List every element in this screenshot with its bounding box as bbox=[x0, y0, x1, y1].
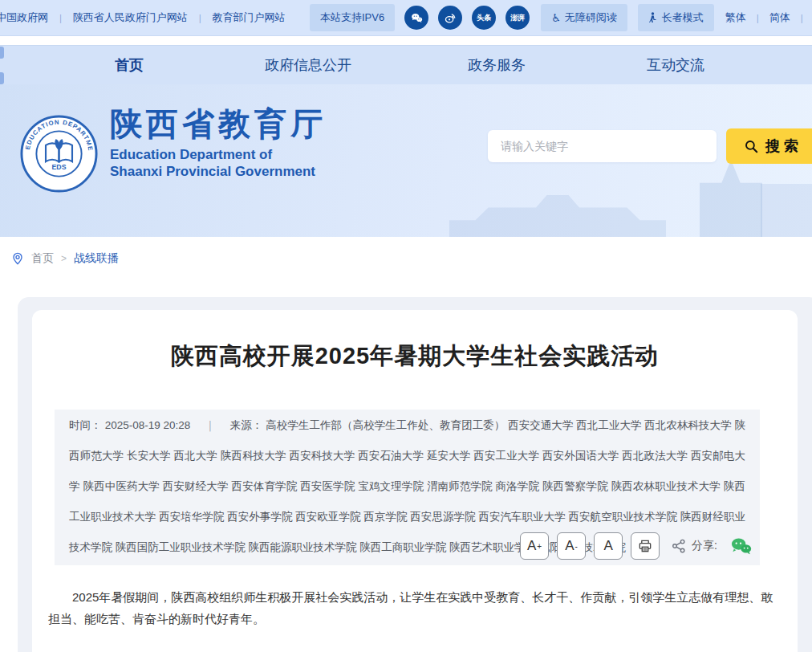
site-name-chinese: 陕西省教育厅 bbox=[110, 105, 327, 142]
separator: ｜ bbox=[798, 12, 806, 24]
pengpai-icon[interactable]: 澎湃 bbox=[505, 6, 530, 30]
top-bar-right: 本站支持IPV6 头条 澎湃 ♿ bbox=[310, 0, 812, 35]
link-simplified[interactable]: 简体 bbox=[769, 10, 790, 25]
link-moe-portal[interactable]: 教育部门户网站 bbox=[213, 10, 286, 25]
separator: ｜ bbox=[196, 12, 205, 24]
link-china-gov[interactable]: 中国政府网 bbox=[0, 10, 48, 25]
time-value: 2025-08-19 20:28 bbox=[105, 419, 191, 431]
location-pin-icon bbox=[11, 252, 24, 265]
source-label: 来源： bbox=[230, 419, 263, 431]
wechat-share-button[interactable] bbox=[730, 536, 752, 556]
search-box bbox=[488, 130, 717, 162]
gov-links: 中国政府网 ｜ 陕西省人民政府门户网站 ｜ 教育部门户网站 bbox=[0, 10, 286, 25]
nav-gov-services[interactable]: 政务服务 bbox=[468, 46, 526, 84]
site-header-banner: EDUCATION DEPARTMENT OF SHAANXI EDS 陕西省教… bbox=[0, 84, 812, 237]
nav-interaction[interactable]: 互动交流 bbox=[647, 46, 704, 84]
weibo-icon[interactable] bbox=[438, 6, 462, 30]
wechat-green-icon bbox=[730, 536, 752, 556]
printer-icon bbox=[637, 538, 653, 554]
font-reset-button[interactable]: A bbox=[594, 532, 623, 560]
search-input[interactable] bbox=[488, 130, 717, 162]
search-icon bbox=[744, 139, 759, 154]
elder-mode-button[interactable]: 长者模式 bbox=[638, 4, 714, 31]
top-bar: 中国政府网 ｜ 陕西省人民政府门户网站 ｜ 教育部门户网站 本站支持IPV6 bbox=[0, 0, 812, 36]
link-traditional[interactable]: 繁体 bbox=[725, 10, 746, 25]
share-nodes-icon bbox=[671, 538, 687, 554]
search-button[interactable]: 搜 索 bbox=[726, 128, 812, 164]
font-increase-button[interactable]: A+ bbox=[520, 532, 549, 560]
eds-logo-icon: EDUCATION DEPARTMENT OF SHAANXI EDS bbox=[20, 115, 98, 193]
breadcrumb: 首页 > 战线联播 bbox=[11, 251, 119, 266]
utility-links: 繁体 ｜ 简体 ｜ 登录 ｜ 注册 ｜ 智慧教育平台 bbox=[725, 10, 812, 25]
site-logo[interactable]: EDUCATION DEPARTMENT OF SHAANXI EDS bbox=[20, 115, 98, 193]
breadcrumb-home[interactable]: 首页 bbox=[31, 251, 54, 266]
share-group: 分享: bbox=[671, 538, 717, 554]
edge-decor bbox=[0, 72, 4, 84]
nav-gov-info[interactable]: 政府信息公开 bbox=[265, 46, 351, 84]
wechat-bubbles-icon bbox=[410, 11, 424, 25]
pagoda-silhouette bbox=[449, 195, 666, 237]
article-toolbar: A+ A- A bbox=[520, 532, 752, 560]
toutiao-icon[interactable]: 头条 bbox=[472, 6, 496, 30]
content-outer-card: 陕西高校开展2025年暑期大学生社会实践活动 时间：2025-08-19 20:… bbox=[18, 297, 812, 652]
accessibility-button[interactable]: ♿ 无障碍阅读 bbox=[541, 4, 627, 31]
article-title: 陕西高校开展2025年暑期大学生社会实践活动 bbox=[32, 340, 798, 373]
meta-separator: ｜ bbox=[205, 419, 215, 431]
building-silhouette bbox=[761, 184, 812, 237]
elder-person-icon bbox=[648, 12, 658, 23]
article-body: 2025年暑假期间，陕西高校组织师生积极开展社会实践活动，让学生在实践中受教育、… bbox=[48, 586, 782, 630]
ipv6-badge[interactable]: 本站支持IPV6 bbox=[310, 4, 395, 31]
share-label: 分享: bbox=[692, 539, 717, 553]
svg-text:EDS: EDS bbox=[52, 163, 67, 171]
time-label: 时间： bbox=[69, 419, 102, 431]
font-decrease-button[interactable]: A- bbox=[557, 532, 586, 560]
wheelchair-icon: ♿ bbox=[551, 12, 561, 24]
tower-silhouette bbox=[700, 160, 762, 237]
print-button[interactable] bbox=[631, 532, 660, 560]
edge-decor bbox=[0, 47, 4, 59]
breadcrumb-separator: > bbox=[61, 253, 67, 264]
article-card: 陕西高校开展2025年暑期大学生社会实践活动 时间：2025-08-19 20:… bbox=[32, 310, 798, 652]
site-name-english: Education Department of Shaanxi Provinci… bbox=[110, 146, 327, 180]
main-nav: 首页 政府信息公开 政务服务 互动交流 bbox=[0, 45, 812, 85]
separator: ｜ bbox=[56, 12, 65, 24]
weibo-eye-icon bbox=[444, 11, 457, 25]
site-title-block: 陕西省教育厅 Education Department of Shaanxi P… bbox=[110, 105, 327, 180]
article-meta-box: 时间：2025-08-19 20:28｜来源：高校学生工作部（高校学生工作处、教… bbox=[55, 410, 760, 565]
wechat-icon[interactable] bbox=[404, 6, 428, 30]
separator: ｜ bbox=[753, 12, 762, 24]
nav-home[interactable]: 首页 bbox=[115, 46, 144, 84]
link-shaanxi-gov[interactable]: 陕西省人民政府门户网站 bbox=[73, 10, 188, 25]
breadcrumb-current: 战线联播 bbox=[74, 251, 119, 266]
